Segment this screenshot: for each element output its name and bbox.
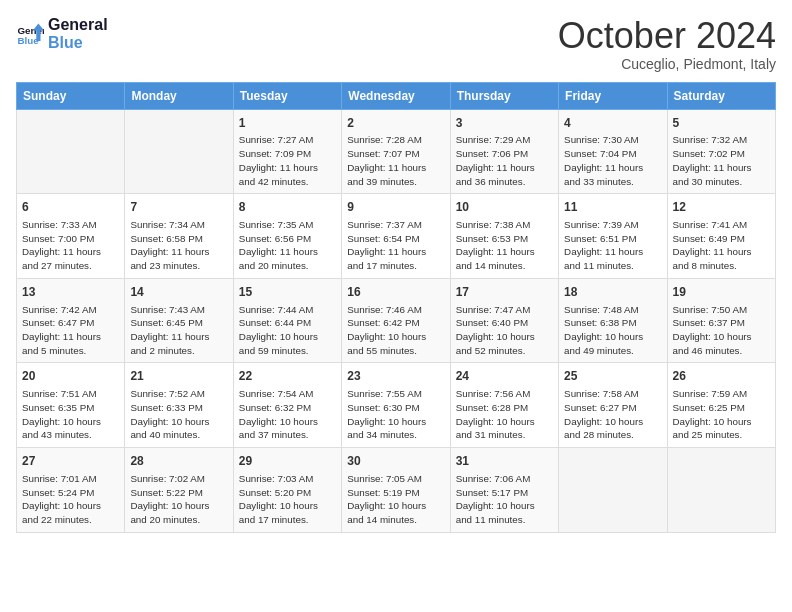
day-number: 14 [130,284,227,301]
header-tuesday: Tuesday [233,82,341,109]
day-cell: 28Sunrise: 7:02 AMSunset: 5:22 PMDayligh… [125,448,233,533]
day-number: 20 [22,368,119,385]
day-info: Sunrise: 7:52 AMSunset: 6:33 PMDaylight:… [130,387,227,442]
svg-text:Blue: Blue [17,34,39,45]
day-cell: 6Sunrise: 7:33 AMSunset: 7:00 PMDaylight… [17,194,125,279]
day-number: 29 [239,453,336,470]
calendar-subtitle: Cuceglio, Piedmont, Italy [558,56,776,72]
day-info: Sunrise: 7:35 AMSunset: 6:56 PMDaylight:… [239,218,336,273]
day-cell: 9Sunrise: 7:37 AMSunset: 6:54 PMDaylight… [342,194,450,279]
day-number: 24 [456,368,553,385]
day-number: 6 [22,199,119,216]
day-cell: 20Sunrise: 7:51 AMSunset: 6:35 PMDayligh… [17,363,125,448]
day-cell: 11Sunrise: 7:39 AMSunset: 6:51 PMDayligh… [559,194,667,279]
day-cell: 31Sunrise: 7:06 AMSunset: 5:17 PMDayligh… [450,448,558,533]
day-info: Sunrise: 7:03 AMSunset: 5:20 PMDaylight:… [239,472,336,527]
day-info: Sunrise: 7:55 AMSunset: 6:30 PMDaylight:… [347,387,444,442]
week-row-1: 1Sunrise: 7:27 AMSunset: 7:09 PMDaylight… [17,109,776,194]
day-cell: 22Sunrise: 7:54 AMSunset: 6:32 PMDayligh… [233,363,341,448]
day-info: Sunrise: 7:43 AMSunset: 6:45 PMDaylight:… [130,303,227,358]
day-info: Sunrise: 7:44 AMSunset: 6:44 PMDaylight:… [239,303,336,358]
day-cell: 14Sunrise: 7:43 AMSunset: 6:45 PMDayligh… [125,278,233,363]
logo-blue: Blue [48,34,108,52]
day-info: Sunrise: 7:02 AMSunset: 5:22 PMDaylight:… [130,472,227,527]
day-info: Sunrise: 7:54 AMSunset: 6:32 PMDaylight:… [239,387,336,442]
day-cell: 21Sunrise: 7:52 AMSunset: 6:33 PMDayligh… [125,363,233,448]
day-number: 3 [456,115,553,132]
day-cell: 7Sunrise: 7:34 AMSunset: 6:58 PMDaylight… [125,194,233,279]
day-number: 15 [239,284,336,301]
day-cell: 1Sunrise: 7:27 AMSunset: 7:09 PMDaylight… [233,109,341,194]
title-block: October 2024 Cuceglio, Piedmont, Italy [558,16,776,72]
day-number: 10 [456,199,553,216]
day-number: 21 [130,368,227,385]
day-info: Sunrise: 7:48 AMSunset: 6:38 PMDaylight:… [564,303,661,358]
day-cell: 26Sunrise: 7:59 AMSunset: 6:25 PMDayligh… [667,363,775,448]
day-number: 31 [456,453,553,470]
header-friday: Friday [559,82,667,109]
calendar-header-row: SundayMondayTuesdayWednesdayThursdayFrid… [17,82,776,109]
day-info: Sunrise: 7:42 AMSunset: 6:47 PMDaylight:… [22,303,119,358]
day-number: 23 [347,368,444,385]
day-info: Sunrise: 7:30 AMSunset: 7:04 PMDaylight:… [564,133,661,188]
week-row-3: 13Sunrise: 7:42 AMSunset: 6:47 PMDayligh… [17,278,776,363]
logo: General Blue General Blue [16,16,108,51]
day-number: 28 [130,453,227,470]
day-cell: 5Sunrise: 7:32 AMSunset: 7:02 PMDaylight… [667,109,775,194]
day-info: Sunrise: 7:34 AMSunset: 6:58 PMDaylight:… [130,218,227,273]
day-cell: 30Sunrise: 7:05 AMSunset: 5:19 PMDayligh… [342,448,450,533]
day-cell: 29Sunrise: 7:03 AMSunset: 5:20 PMDayligh… [233,448,341,533]
day-number: 12 [673,199,770,216]
day-info: Sunrise: 7:29 AMSunset: 7:06 PMDaylight:… [456,133,553,188]
day-number: 5 [673,115,770,132]
day-number: 13 [22,284,119,301]
header-monday: Monday [125,82,233,109]
day-number: 9 [347,199,444,216]
day-number: 11 [564,199,661,216]
day-info: Sunrise: 7:06 AMSunset: 5:17 PMDaylight:… [456,472,553,527]
day-cell: 12Sunrise: 7:41 AMSunset: 6:49 PMDayligh… [667,194,775,279]
day-cell: 3Sunrise: 7:29 AMSunset: 7:06 PMDaylight… [450,109,558,194]
day-info: Sunrise: 7:27 AMSunset: 7:09 PMDaylight:… [239,133,336,188]
day-info: Sunrise: 7:05 AMSunset: 5:19 PMDaylight:… [347,472,444,527]
day-info: Sunrise: 7:47 AMSunset: 6:40 PMDaylight:… [456,303,553,358]
day-cell: 2Sunrise: 7:28 AMSunset: 7:07 PMDaylight… [342,109,450,194]
day-number: 18 [564,284,661,301]
day-info: Sunrise: 7:38 AMSunset: 6:53 PMDaylight:… [456,218,553,273]
day-number: 22 [239,368,336,385]
day-info: Sunrise: 7:41 AMSunset: 6:49 PMDaylight:… [673,218,770,273]
week-row-4: 20Sunrise: 7:51 AMSunset: 6:35 PMDayligh… [17,363,776,448]
day-info: Sunrise: 7:51 AMSunset: 6:35 PMDaylight:… [22,387,119,442]
day-cell: 23Sunrise: 7:55 AMSunset: 6:30 PMDayligh… [342,363,450,448]
day-cell [559,448,667,533]
day-info: Sunrise: 7:37 AMSunset: 6:54 PMDaylight:… [347,218,444,273]
day-number: 8 [239,199,336,216]
page-header: General Blue General Blue October 2024 C… [16,16,776,72]
logo-general: General [48,16,108,34]
day-cell: 16Sunrise: 7:46 AMSunset: 6:42 PMDayligh… [342,278,450,363]
header-saturday: Saturday [667,82,775,109]
day-info: Sunrise: 7:01 AMSunset: 5:24 PMDaylight:… [22,472,119,527]
week-row-2: 6Sunrise: 7:33 AMSunset: 7:00 PMDaylight… [17,194,776,279]
day-cell: 10Sunrise: 7:38 AMSunset: 6:53 PMDayligh… [450,194,558,279]
header-thursday: Thursday [450,82,558,109]
day-info: Sunrise: 7:56 AMSunset: 6:28 PMDaylight:… [456,387,553,442]
day-info: Sunrise: 7:39 AMSunset: 6:51 PMDaylight:… [564,218,661,273]
day-info: Sunrise: 7:46 AMSunset: 6:42 PMDaylight:… [347,303,444,358]
header-wednesday: Wednesday [342,82,450,109]
calendar-title: October 2024 [558,16,776,56]
day-cell: 25Sunrise: 7:58 AMSunset: 6:27 PMDayligh… [559,363,667,448]
day-cell: 17Sunrise: 7:47 AMSunset: 6:40 PMDayligh… [450,278,558,363]
calendar-table: SundayMondayTuesdayWednesdayThursdayFrid… [16,82,776,533]
day-number: 4 [564,115,661,132]
day-number: 16 [347,284,444,301]
day-info: Sunrise: 7:59 AMSunset: 6:25 PMDaylight:… [673,387,770,442]
day-cell [125,109,233,194]
day-number: 25 [564,368,661,385]
day-cell: 24Sunrise: 7:56 AMSunset: 6:28 PMDayligh… [450,363,558,448]
logo-icon: General Blue [16,20,44,48]
day-number: 26 [673,368,770,385]
day-cell: 4Sunrise: 7:30 AMSunset: 7:04 PMDaylight… [559,109,667,194]
day-number: 7 [130,199,227,216]
day-number: 19 [673,284,770,301]
